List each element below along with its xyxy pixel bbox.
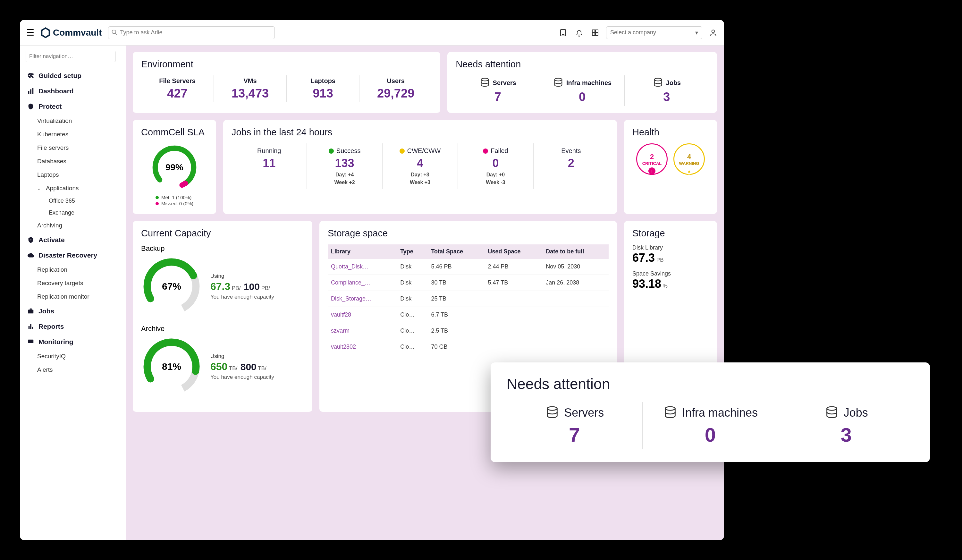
svg-line-1: [115, 33, 117, 35]
job-label: Failed: [464, 147, 527, 155]
brand-logo[interactable]: Commvault: [41, 27, 102, 38]
nav-label: Disaster Recovery: [39, 252, 97, 259]
jobs-success[interactable]: Success133Day: +4Week +2: [307, 144, 382, 189]
nav-recovery-targets[interactable]: Recovery targets: [24, 276, 122, 290]
nav-disaster-recovery[interactable]: Disaster Recovery: [24, 248, 122, 263]
nav-exchange[interactable]: Exchange: [24, 207, 122, 219]
env-laptops[interactable]: Laptops913: [287, 75, 360, 102]
grid-icon[interactable]: [591, 28, 600, 37]
disk-library-kpi[interactable]: Disk Library 67.3 PB: [632, 244, 709, 265]
attention-jobs[interactable]: Jobs3: [625, 75, 709, 106]
database-icon: [663, 405, 678, 420]
nav-laptops[interactable]: Laptops: [24, 168, 122, 182]
nav-label: Virtualization: [37, 118, 72, 124]
jobs-events[interactable]: Events2: [534, 144, 609, 189]
app-switcher-icon[interactable]: [558, 28, 568, 37]
nav-file-servers[interactable]: File servers: [24, 141, 122, 155]
env-vms[interactable]: VMs13,473: [214, 75, 287, 102]
job-label: Running: [237, 147, 301, 155]
nav-archiving[interactable]: Archiving: [24, 219, 122, 232]
th-used[interactable]: Used Space: [485, 244, 543, 259]
attention-servers[interactable]: Servers7: [456, 75, 540, 106]
callout-value: 3: [784, 423, 907, 446]
table-row[interactable]: vaultf28Clo…6.7 TB: [328, 307, 609, 323]
svg-point-8: [712, 30, 715, 33]
database-icon: [652, 77, 663, 88]
bar-chart-icon: [27, 323, 35, 330]
nav-alerts[interactable]: Alerts: [24, 363, 122, 376]
env-users[interactable]: Users29,729: [360, 75, 432, 102]
stat-label: VMs: [217, 77, 283, 85]
nav-protect[interactable]: Protect: [24, 99, 122, 114]
section-title: Backup: [141, 244, 304, 253]
stat-label: Infra machines: [543, 77, 621, 88]
body: 🛠Guided setup Dashboard Protect Virtuali…: [20, 45, 724, 540]
status-dot-yellow: [400, 148, 405, 153]
warning-icon: ▲: [686, 168, 692, 174]
nav-label: SecurityIQ: [37, 353, 66, 360]
nav-securityiq[interactable]: SecurityIQ: [24, 350, 122, 363]
callout-label: Jobs: [784, 405, 907, 420]
table-row[interactable]: szvarmClo…2.5 TB: [328, 323, 609, 339]
bell-icon[interactable]: [575, 28, 584, 37]
capacity-backup[interactable]: Backup 67% Using 67.3 PB/ 100 PB/ You ha…: [141, 244, 304, 317]
nav-applications[interactable]: ⌄Applications: [24, 182, 122, 195]
space-savings-kpi[interactable]: Space Savings 93.18 %: [632, 270, 709, 290]
jobs-failed[interactable]: Failed0Day: +0Week -3: [458, 144, 533, 189]
nav-label: Applications: [46, 185, 79, 192]
health-warning[interactable]: 4WARNING▲: [673, 144, 705, 175]
stat-label: Users: [363, 77, 429, 85]
cloud-icon: [27, 252, 35, 259]
th-library[interactable]: Library: [328, 244, 397, 259]
nav-reports[interactable]: Reports: [24, 319, 122, 334]
th-type[interactable]: Type: [397, 244, 428, 259]
table-row[interactable]: Disk_Storage…Disk25 TB: [328, 291, 609, 307]
attention-infra[interactable]: Infra machines0: [540, 75, 624, 106]
needs-attention-callout: Needs attention Servers 7 Infra machines…: [491, 362, 930, 462]
table-row[interactable]: vault2802Clo…70 GB: [328, 339, 609, 355]
nav-databases[interactable]: Databases: [24, 155, 122, 168]
nav-monitoring[interactable]: Monitoring: [24, 334, 122, 350]
nav-replication[interactable]: Replication: [24, 263, 122, 276]
nav-jobs[interactable]: Jobs: [24, 303, 122, 319]
archive-info: Using 650 TB/ 800 TB/ You have enough ca…: [210, 353, 274, 380]
th-date[interactable]: Date to be full: [542, 244, 609, 259]
tablet-frame: ☰ Commvault Select a company ▾ 🛠Guided s…: [6, 6, 738, 554]
capacity-archive[interactable]: Archive 81% Using 650 TB/ 800 TB/ You ha…: [141, 324, 304, 397]
table-row[interactable]: Compliance_…Disk30 TB5.47 TBJan 26, 2038: [328, 275, 609, 291]
env-file-servers[interactable]: File Servers427: [141, 75, 214, 102]
callout-infra[interactable]: Infra machines 0: [642, 402, 779, 449]
nav-replication-monitor[interactable]: Replication monitor: [24, 290, 122, 303]
legend-missed: Missed: 0 (0%): [155, 201, 194, 206]
sla-percent: 99%: [165, 162, 183, 173]
health-critical[interactable]: 2CRITICAL!: [636, 144, 668, 175]
company-select[interactable]: Select a company ▾: [606, 26, 702, 39]
th-total[interactable]: Total Space: [428, 244, 484, 259]
nav-virtualization[interactable]: Virtualization: [24, 114, 122, 127]
filter-navigation-input[interactable]: [26, 51, 115, 62]
user-icon[interactable]: [709, 28, 718, 37]
archive-gauge: 81%: [141, 336, 202, 397]
callout-jobs[interactable]: Jobs 3: [778, 402, 914, 449]
nav-guided-setup[interactable]: 🛠Guided setup: [24, 68, 122, 83]
jobs-cwe[interactable]: CWE/CWW4Day: +3Week +3: [383, 144, 458, 189]
search-input[interactable]: [108, 26, 275, 39]
nav-kubernetes[interactable]: Kubernetes: [24, 127, 122, 141]
jobs-running[interactable]: Running11: [231, 144, 307, 189]
callout-servers[interactable]: Servers 7: [507, 402, 642, 449]
sidebar: 🛠Guided setup Dashboard Protect Virtuali…: [20, 45, 126, 540]
svg-rect-6: [592, 33, 595, 36]
stat-value: 29,729: [363, 87, 429, 100]
menu-toggle[interactable]: ☰: [26, 27, 34, 38]
nav-activate[interactable]: Activate: [24, 232, 122, 248]
svg-point-28: [665, 407, 675, 410]
database-icon: [825, 405, 839, 420]
svg-point-27: [547, 407, 557, 410]
table-row[interactable]: Quotta_Disk…Disk5.46 PB2.44 PBNov 05, 20…: [328, 259, 609, 275]
nav-dashboard[interactable]: Dashboard: [24, 83, 122, 99]
card-title: Health: [632, 127, 709, 137]
nav-office365[interactable]: Office 365: [24, 195, 122, 207]
stat-value: 3: [628, 90, 705, 104]
svg-point-0: [112, 30, 116, 34]
sla-gauge[interactable]: 99% Met: 1 (100%) Missed: 0 (0%): [141, 144, 208, 207]
